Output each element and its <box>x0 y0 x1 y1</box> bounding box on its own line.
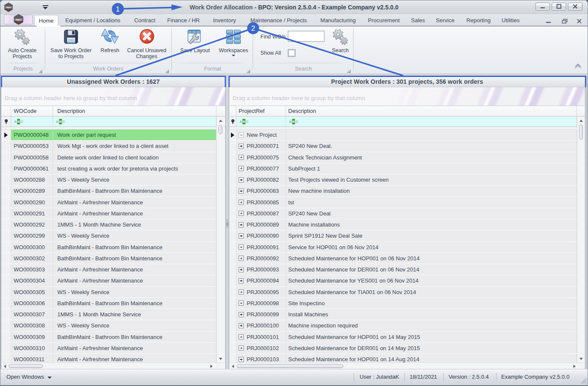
svg-text:bpo: bpo <box>6 6 11 9</box>
svg-text:bpo: bpo <box>16 18 21 21</box>
